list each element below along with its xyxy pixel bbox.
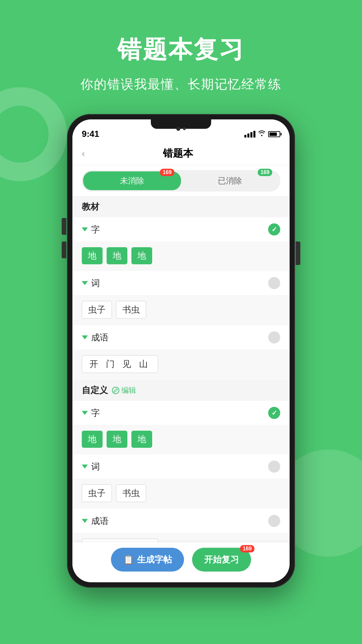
check-circle-2: ✓ — [268, 407, 280, 419]
phone-camera — [176, 127, 186, 131]
camera-lens — [183, 127, 186, 130]
nav-bar: ‹ 错题本 — [72, 142, 290, 165]
tab-bar: 未消除 169 已消除 169 — [72, 165, 290, 196]
chars-row-1: 地 地 地 — [72, 242, 290, 271]
expand-icon — [82, 281, 88, 285]
chars-row-2: 地 地 地 — [72, 425, 290, 454]
category-row-char-1[interactable]: 字 ✓ — [72, 217, 290, 242]
wifi-icon — [258, 130, 265, 138]
page-subtitle: 你的错误我最懂、长期记忆经常练 — [0, 76, 362, 93]
battery-icon — [268, 131, 280, 137]
edit-icon — [112, 387, 119, 394]
word-tag[interactable]: 虫子 — [82, 301, 112, 319]
back-button[interactable]: ‹ — [82, 148, 85, 159]
phone-screen: 9:41 — [72, 119, 290, 582]
tab-not-eliminated[interactable]: 未消除 169 — [83, 171, 181, 190]
book-icon: 📋 — [123, 554, 134, 565]
expand-icon — [82, 465, 88, 469]
start-review-badge: 169 — [240, 545, 254, 552]
signal-icon — [244, 131, 255, 138]
tab-eliminated[interactable]: 已消除 169 — [181, 171, 279, 190]
category-row-idiom-1[interactable]: 成语 — [72, 325, 290, 350]
uncheck-circle — [268, 331, 280, 343]
section-header-textbook: 教材 — [72, 196, 290, 217]
word-tag[interactable]: 书虫 — [116, 301, 146, 319]
bottom-action-bar: 📋 生成字帖 开始复习 169 — [72, 542, 290, 582]
char-tag[interactable]: 地 — [82, 431, 103, 448]
generate-copybook-button[interactable]: 📋 生成字帖 — [111, 548, 184, 572]
expand-icon — [82, 519, 88, 523]
uncheck-circle-2 — [268, 461, 280, 473]
word-tag[interactable]: 书虫 — [116, 484, 146, 502]
uncheck-circle — [268, 277, 280, 289]
expand-icon — [82, 411, 88, 415]
expand-icon — [82, 227, 88, 231]
idiom-tag[interactable]: 开 门 见 山 — [82, 355, 158, 373]
idiom-row-1: 开 门 见 山 — [72, 350, 290, 380]
status-time: 9:41 — [82, 129, 99, 139]
uncheck-circle-3 — [268, 515, 280, 527]
char-tag[interactable]: 地 — [107, 431, 127, 448]
words-row-2: 虫子 书虫 — [72, 479, 290, 509]
tab-active-badge: 169 — [160, 169, 174, 176]
edit-button[interactable]: 编辑 — [112, 385, 136, 395]
words-row-1: 虫子 书虫 — [72, 296, 290, 325]
check-circle: ✓ — [268, 223, 280, 235]
char-tag[interactable]: 地 — [107, 247, 127, 264]
volume-up-button — [62, 218, 66, 235]
volume-down-button — [62, 241, 66, 258]
tab-container: 未消除 169 已消除 169 — [82, 170, 280, 192]
power-button — [296, 241, 300, 265]
phone-notch — [151, 119, 211, 129]
category-row-idiom-2[interactable]: 成语 — [72, 509, 290, 533]
start-review-button[interactable]: 开始复习 169 — [192, 548, 251, 572]
char-tag[interactable]: 地 — [131, 247, 152, 264]
word-tag[interactable]: 虫子 — [82, 484, 112, 502]
char-tag[interactable]: 地 — [82, 247, 103, 264]
page-title: 错题本复习 — [0, 34, 362, 66]
phone-mockup: 9:41 — [67, 114, 295, 588]
nav-title: 错题本 — [85, 147, 271, 160]
expand-icon — [82, 335, 88, 339]
tab-inactive-badge: 169 — [258, 169, 272, 176]
camera-sensor — [176, 127, 180, 131]
char-tag[interactable]: 地 — [131, 431, 152, 448]
category-row-word-1[interactable]: 词 — [72, 271, 290, 296]
content-area: 教材 字 ✓ 地 地 地 — [72, 196, 290, 560]
category-row-word-2[interactable]: 词 — [72, 454, 290, 479]
status-icons — [244, 130, 280, 138]
section-header-custom: 自定义 编辑 — [72, 380, 290, 401]
category-row-char-2[interactable]: 字 ✓ — [72, 401, 290, 425]
